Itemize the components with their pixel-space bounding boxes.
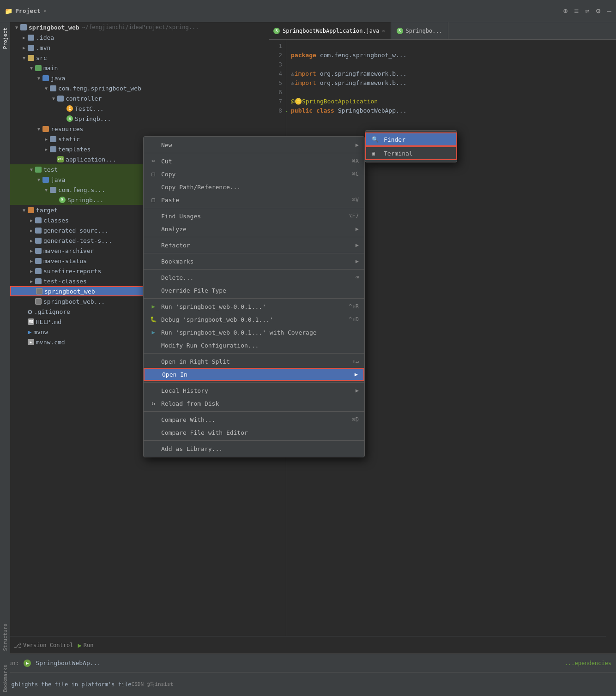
project-title[interactable]: 📁 Project ▾ [5,7,47,15]
menu-find-usages[interactable]: Find Usages ⌥F7 [144,210,364,222]
idea-label: .idea [36,34,54,41]
menu-override-type[interactable]: Override File Type [144,284,364,297]
submenu-open-in: 🔍 Finder ▣ Terminal [365,130,457,162]
submenu-terminal[interactable]: ▣ Terminal [365,146,457,160]
dropdown-arrow[interactable]: ▾ [43,8,47,14]
src-arrow: ▼ [20,55,28,60]
menu-debug[interactable]: 🐛 Debug 'springboot_web-0.0.1...' ^⇧D [144,313,364,326]
tab-bar: S SpringbootWebApplication.java ✕ S Spri… [268,22,616,40]
debug-icon: 🐛 [149,316,157,323]
new-arrow: ▶ [356,142,359,148]
menu-add-library[interactable]: Add as Library... [144,442,364,455]
menu-local-history[interactable]: Local History ▶ [144,384,364,397]
separator-4 [144,253,364,253]
menu-open-in[interactable]: Open In ▶ [144,368,364,381]
testc-icon: C [66,105,73,112]
tree-idea[interactable]: ▶ .idea [10,32,269,42]
tree-java-main[interactable]: ▼ java [10,73,269,83]
add-btn[interactable]: ⊕ [563,6,568,15]
analyze-arrow: ▶ [356,226,359,232]
minimize-btn[interactable]: — [607,6,611,15]
tree-com-feng[interactable]: ▼ com.feng.springboot_web [10,83,269,93]
menu-compare-editor[interactable]: Compare File with Editor [144,426,364,439]
menu-bookmarks[interactable]: Bookmarks ▶ [144,255,364,268]
controller-arrow: ▼ [50,96,57,101]
menu-copy-path[interactable]: Copy Path/Reference... [144,180,364,193]
open-in-arrow: ▶ [355,371,358,378]
tree-resources[interactable]: ▼ resources [10,124,269,134]
run-shortcut: ^⇧R [349,303,359,310]
run-app-label: SpringbootWebAp... [36,660,101,666]
menu-local-history-label: Local History [161,387,208,394]
menu-copy[interactable]: □ Copy ⌘C [144,168,364,180]
menu-paste[interactable]: □ Paste ⌘V [144,193,364,206]
menu-open-split[interactable]: Open in Right Split ⇧↵ [144,355,364,368]
jar2-icon [35,298,42,305]
split-btn[interactable]: ⇌ [585,6,590,15]
run-app-icon: ▶ [24,660,31,667]
vc-label: Version Control [23,642,73,648]
menu-analyze[interactable]: Analyze ▶ [144,222,364,235]
settings-btn[interactable]: ⚙ [596,6,601,15]
tree-src[interactable]: ▼ src [10,53,269,63]
bookmarks-arrow: ▶ [356,258,359,264]
menu-delete[interactable]: Delete... ⌫ [144,271,364,284]
sidebar-tab-bookmarks[interactable]: Bookmarks [1,661,9,696]
paste-shortcut: ⌘V [352,197,359,203]
tree-root[interactable]: ▼ springboot_web ~/fengjianchi/ideaProje… [10,22,269,32]
menu-refactor[interactable]: Refactor ▶ [144,239,364,252]
menu-cut-label: Cut [161,158,172,165]
menu-run-coverage-label: Run 'springboot_web-0.0.1...' with Cover… [161,329,317,336]
main-arrow: ▼ [28,66,35,71]
tab-springbo[interactable]: S Springbo... [391,22,448,39]
tab-close-1[interactable]: ✕ [382,28,385,33]
springb-ctrl-label: Springb... [75,115,111,122]
tab-springboot-web-application[interactable]: S SpringbootWebApplication.java ✕ [268,22,391,39]
java-test-arrow: ▼ [35,177,42,182]
templates-label: templates [58,146,91,153]
menu-open-in-label: Open In [162,371,187,378]
menu-cut[interactable]: ✂ Cut ⌘X [144,155,364,168]
menu-compare-with[interactable]: Compare With... ⌘D [144,413,364,426]
sidebar-tab-structure[interactable]: Structure [1,620,9,655]
menu-add-library-label: Add as Library... [161,445,223,452]
maven-arch-arrow: ▶ [28,248,35,253]
tree-mvn[interactable]: ▶ .mvn [10,42,269,53]
maven-status-label: maven-status [43,258,87,264]
springb-test-icon: S [59,197,66,203]
gitignore-label: .gitignore [34,308,70,315]
tree-testc[interactable]: ▶ C TestC... [10,103,269,114]
open-split-shortcut: ⇧↵ [352,358,359,365]
com-feng-label: com.feng.springboot_web [58,85,141,92]
coverage-icon: ▶ [149,329,157,336]
tree-main[interactable]: ▼ main [10,63,269,73]
menu-run-coverage[interactable]: ▶ Run 'springboot_web-0.0.1...' with Cov… [144,326,364,339]
menu-modify-run[interactable]: Modify Run Configuration... [144,339,364,352]
version-control-btn[interactable]: ⎇ Version Control [14,642,73,649]
menu-bookmarks-label: Bookmarks [161,258,193,265]
run-bar: Run: ▶ SpringbootWebAp... ...ependencies [0,654,616,672]
run-btn[interactable]: ▶ Run [78,642,93,649]
menu-new[interactable]: New ▶ [144,138,364,151]
separator-5 [144,269,364,270]
java-main-label: java [51,75,65,82]
menu-open-split-label: Open in Right Split [161,358,230,365]
left-sidebar: Project Structure Bookmarks [0,22,10,696]
status-bar: Highlights the file in platform's file C… [0,672,616,696]
menu-run[interactable]: ▶ Run 'springboot_web-0.0.1...' ^⇧R [144,300,364,313]
static-icon [50,136,56,142]
run-btn-icon: ▶ [78,642,81,649]
tree-controller[interactable]: ▼ controller [10,93,269,103]
mvn-arrow: ▶ [20,45,28,50]
jar-selected-icon [36,288,42,294]
sidebar-tab-project[interactable]: Project [1,24,9,53]
menu-compare-with-label: Compare With... [161,416,215,423]
bottom-toolbar: ⎇ Version Control ▶ Run [10,636,606,654]
toolbar-actions: ⊕ ≡ ⇌ ⚙ — [563,6,611,15]
menu-reload[interactable]: ↻ Reload from Disk [144,397,364,410]
root-label: springboot_web [29,24,79,31]
tree-springb-ctrl[interactable]: ▶ S Springb... [10,114,269,124]
target-icon [28,207,34,213]
list-btn[interactable]: ≡ [574,6,579,15]
submenu-finder[interactable]: 🔍 Finder [365,132,457,146]
